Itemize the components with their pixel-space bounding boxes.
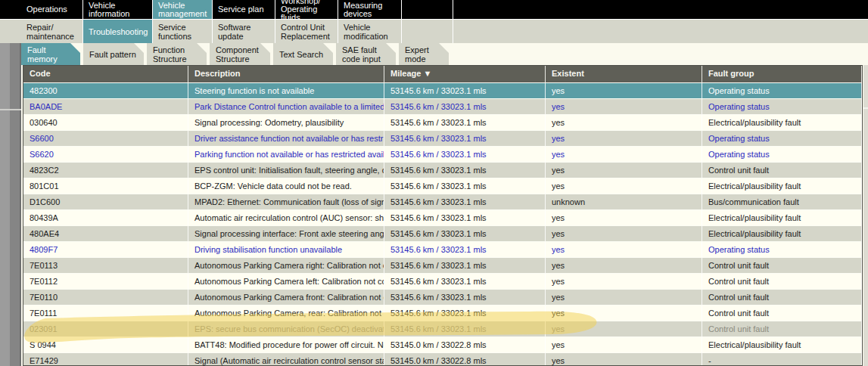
tab-text-search[interactable]: Text Search bbox=[273, 43, 333, 65]
submenu-item-vehicle-modification[interactable]: Vehicle modification bbox=[338, 20, 402, 43]
ista-app-window: Operations Vehicle information Vehicle m… bbox=[0, 0, 868, 366]
table-row[interactable]: S6620 Parking function not available or … bbox=[23, 146, 862, 162]
cell-mileage: 53145.6 km / 33023.1 mls bbox=[384, 242, 546, 257]
cell-fault-group: Operating status bbox=[702, 83, 862, 98]
tab-sae-fault-code-input[interactable]: SAE fault code input bbox=[336, 43, 396, 65]
cell-description: Autonomous Parking Camera left: Calibrat… bbox=[188, 274, 384, 289]
cell-code: 4809F7 bbox=[23, 242, 188, 257]
cell-fault-group: Electrical/plausibility fault bbox=[702, 115, 862, 130]
table-row[interactable]: 7E0113 Autonomous Parking Camera right: … bbox=[23, 257, 862, 273]
cell-mileage: 53145.6 km / 33023.1 mls bbox=[384, 258, 546, 273]
column-header-code[interactable]: Code bbox=[23, 66, 188, 82]
tab-label: Function Structure bbox=[153, 45, 201, 64]
cell-code: 4823C2 bbox=[23, 163, 188, 178]
menu-spacer bbox=[402, 0, 453, 19]
cell-fault-group: Operating status bbox=[702, 99, 862, 114]
menu-item-measuring-devices[interactable]: Measuring devices bbox=[338, 0, 402, 19]
cell-mileage: 53145.6 km / 33023.1 mls bbox=[384, 274, 546, 289]
table-row[interactable]: S6600 Driver assistance function not ava… bbox=[23, 130, 862, 146]
submenu-item-repair-maintenance[interactable]: Repair/ maintenance bbox=[21, 20, 83, 43]
tab-expert-mode[interactable]: Expert mode bbox=[399, 43, 449, 65]
column-header-existent[interactable]: Existent bbox=[546, 66, 702, 82]
cell-code: S 0944 bbox=[23, 337, 188, 352]
submenu-item-software-update[interactable]: Software update bbox=[213, 20, 275, 43]
table-row[interactable]: BA0ADE Park Distance Control function av… bbox=[23, 98, 862, 114]
column-header-description[interactable]: Description bbox=[188, 66, 384, 82]
cell-existent: yes bbox=[546, 83, 702, 98]
cell-code: 030640 bbox=[23, 115, 188, 130]
table-row[interactable]: 7E0111 Autonomous Parking Camera, rear: … bbox=[23, 305, 862, 321]
cell-code: 7E0113 bbox=[23, 258, 188, 273]
menu-item-service-plan[interactable]: Service plan bbox=[213, 0, 275, 19]
table-row[interactable]: 801C01 BCP-ZGM: Vehicle data could not b… bbox=[23, 178, 862, 194]
menu-item-label: Operations bbox=[26, 5, 67, 14]
menu-item-operations[interactable]: Operations bbox=[21, 0, 83, 19]
table-row[interactable]: 480AE4 Signal processing interface: Fron… bbox=[23, 225, 862, 241]
cell-fault-group: Control unit fault bbox=[702, 321, 862, 337]
cell-mileage: 53145.6 km / 33023.1 mls bbox=[384, 99, 546, 114]
column-header-fault-group[interactable]: Fault group bbox=[702, 66, 862, 82]
submenu-item-label: Control Unit Replacement bbox=[281, 23, 332, 41]
table-row[interactable]: 80439A Automatic air recirculation contr… bbox=[23, 209, 862, 225]
tab-label: SAE fault code input bbox=[342, 45, 390, 64]
table-row[interactable]: 482300 Steering function is not availabl… bbox=[23, 82, 862, 98]
submenu-item-label: Repair/ maintenance bbox=[26, 23, 77, 41]
cell-code: E71429 bbox=[23, 353, 188, 366]
table-row[interactable]: 4823C2 EPS control unit: Initialisation … bbox=[23, 162, 862, 178]
table-row[interactable]: 7E0112 Autonomous Parking Camera left: C… bbox=[23, 273, 862, 289]
menu-item-vehicle-management[interactable]: Vehicle management bbox=[153, 0, 213, 19]
table-row[interactable]: 023091 EPS: secure bus communication (Se… bbox=[23, 321, 862, 337]
tab-fault-pattern[interactable]: Fault pattern bbox=[83, 43, 144, 65]
table-body: 482300 Steering function is not availabl… bbox=[23, 82, 862, 366]
table-row[interactable]: 4809F7 Driving stabilisation function un… bbox=[23, 241, 862, 257]
cell-description: Automatic air recirculation control (AUC… bbox=[188, 210, 384, 225]
cell-code: 023091 bbox=[23, 321, 188, 337]
menu-item-workshop-operating-fluids[interactable]: Workshop/ Operating fluids bbox=[275, 0, 338, 19]
cell-existent: yes bbox=[546, 226, 702, 241]
cell-description: Signal processing: Odometry, plausibilit… bbox=[188, 115, 384, 130]
table-row[interactable]: D1C600 MPAD2: Ethernet: Communication fa… bbox=[23, 194, 862, 209]
tab-fault-memory[interactable]: Fault memory bbox=[21, 43, 80, 65]
cell-fault-group: Operating status bbox=[702, 242, 862, 257]
cell-description: Driving stabilisation function unavailab… bbox=[188, 242, 384, 257]
tab-label: Fault pattern bbox=[89, 50, 136, 59]
left-edge-strip bbox=[0, 43, 21, 366]
cell-code: BA0ADE bbox=[23, 99, 188, 114]
cell-fault-group: Control unit fault bbox=[702, 274, 862, 289]
cell-code: 801C01 bbox=[23, 178, 188, 194]
table-row[interactable]: 7E0110 Autonomous Parking Camera front: … bbox=[23, 289, 862, 305]
cell-fault-group: - bbox=[702, 353, 862, 366]
cell-mileage: 53145.6 km / 33023.1 mls bbox=[384, 147, 546, 162]
right-edge-strip bbox=[863, 65, 868, 366]
cell-description: Autonomous Parking Camera, rear: Calibra… bbox=[188, 306, 384, 321]
menu-item-vehicle-information[interactable]: Vehicle information bbox=[83, 0, 153, 19]
tab-function-structure[interactable]: Function Structure bbox=[147, 43, 207, 65]
menu-item-label: Measuring devices bbox=[344, 2, 396, 18]
menu-item-label: Vehicle management bbox=[158, 2, 207, 18]
cell-existent: yes bbox=[546, 242, 702, 257]
column-header-mileage[interactable]: Mileage ▼ bbox=[384, 66, 546, 82]
submenu-item-troubleshooting[interactable]: Troubleshooting bbox=[83, 20, 153, 43]
table-row[interactable]: E71429 Signal (Automatic air recirculati… bbox=[23, 352, 862, 366]
cell-fault-group: Electrical/plausibility fault bbox=[702, 226, 862, 241]
table-row[interactable]: S 0944 BATT48: Modified procedure for po… bbox=[23, 337, 862, 352]
cell-mileage: 53145.0 km / 33022.8 mls bbox=[384, 353, 546, 366]
cell-description: Signal processing interface: Front axle … bbox=[188, 226, 384, 241]
cell-mileage: 53145.6 km / 33023.1 mls bbox=[384, 83, 546, 98]
cell-fault-group: Control unit fault bbox=[702, 258, 862, 273]
submenu-item-control-unit-replacement[interactable]: Control Unit Replacement bbox=[275, 20, 338, 43]
cell-code: D1C600 bbox=[23, 194, 188, 209]
submenu-item-service-functions[interactable]: Service functions bbox=[153, 20, 213, 43]
table-row[interactable]: 030640 Signal processing: Odometry, plau… bbox=[23, 114, 862, 130]
cell-fault-group: Electrical/plausibility fault bbox=[702, 337, 862, 352]
cell-existent: yes bbox=[546, 147, 702, 162]
tab-component-structure[interactable]: Component Structure bbox=[210, 43, 270, 65]
cell-mileage: 53145.6 km / 33023.1 mls bbox=[384, 226, 546, 241]
tab-label: Text Search bbox=[279, 50, 323, 59]
cell-code: 7E0111 bbox=[23, 306, 188, 321]
cell-mileage: 53145.6 km / 33023.1 mls bbox=[384, 194, 546, 209]
cell-mileage: 53145.6 km / 33023.1 mls bbox=[384, 131, 546, 146]
sub-menu: Repair/ maintenance Troubleshooting Serv… bbox=[0, 19, 868, 43]
cell-code: S6620 bbox=[23, 147, 188, 162]
cell-existent: yes bbox=[546, 306, 702, 321]
